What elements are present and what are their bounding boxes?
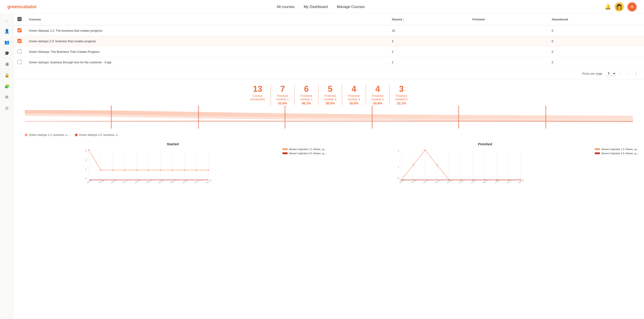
sidebar: › 👤 👥 🎓 🖥 🔒 🧩 🛠 ⚙ xyxy=(0,14,14,319)
nav-all-courses[interactable]: All courses xyxy=(276,5,294,9)
col-courses: Courses xyxy=(25,14,388,25)
sidebar-toggle[interactable]: › xyxy=(3,17,10,25)
row-started-4: 2 xyxy=(388,57,469,68)
sidebar-item-security[interactable]: 🔒 xyxy=(2,71,12,80)
finished-legend-rect-1 xyxy=(595,148,600,150)
nav-right: 🔔 👩 + xyxy=(605,2,637,11)
add-button[interactable]: + xyxy=(628,2,637,11)
row-checkbox-4[interactable] xyxy=(14,57,25,68)
finished-legend-rect-2 xyxy=(595,152,600,154)
stat-label-3: Finished module 3 xyxy=(324,94,336,101)
avatar-image: 👩 xyxy=(616,4,622,10)
table-row: Green startups 2.0: business that create… xyxy=(14,36,644,46)
stat-number-3: 5 xyxy=(328,85,332,93)
col-abandoned: Abandoned xyxy=(548,14,644,25)
logo: greencubator xyxy=(7,4,37,9)
nav-manage-courses[interactable]: Manage Courses xyxy=(337,5,365,9)
col-started[interactable]: Started ↓ xyxy=(388,14,469,25)
started-chart-svg: 3 2 1 0 xyxy=(19,148,280,185)
finished-chart-card: Finished 2 1 0 xyxy=(332,142,638,185)
row-started-2: 3 xyxy=(388,36,469,46)
stat-col-2: 6Finished module 246.2% xyxy=(295,85,318,105)
legend-item-2: Green startups 2.0: business, s... xyxy=(75,133,120,137)
svg-text:2: 2 xyxy=(398,150,399,152)
row-started-3: 2 xyxy=(388,46,469,57)
finished-legend-label-1: Зелені стартапи 1.2: бізнес, щ... xyxy=(601,148,638,151)
bell-icon[interactable]: 🔔 xyxy=(605,4,611,10)
funnel-container xyxy=(14,103,644,131)
stat-col-3: 5Finished module 338.5% xyxy=(318,85,342,105)
avatar[interactable]: 👩 xyxy=(614,2,624,11)
svg-point-29 xyxy=(184,169,185,171)
next-page-button[interactable]: › xyxy=(634,70,638,76)
legend-row: Green startups 1.2: business, s... Green… xyxy=(14,131,644,138)
sidebar-item-users[interactable]: 👥 xyxy=(2,38,12,47)
legend-label-2: Green startups 2.0: business, s... xyxy=(79,133,120,137)
sidebar-item-courses[interactable]: 🎓 xyxy=(2,49,12,58)
started-chart-card: Started 3 2 1 0 xyxy=(19,142,326,185)
finished-legend-2: Зелені стартапи 2.0: бізнес, щ... xyxy=(595,152,638,155)
svg-point-27 xyxy=(160,169,161,171)
layout: › 👤 👥 🎓 🖥 🔒 🧩 🛠 ⚙ Courses Started ↓ xyxy=(0,14,644,319)
svg-point-30 xyxy=(196,169,197,171)
row-checkbox-2[interactable] xyxy=(14,36,25,46)
page-dash: – xyxy=(620,72,621,75)
svg-point-21 xyxy=(88,149,90,151)
svg-text:1: 1 xyxy=(398,166,399,168)
started-legend-label-2: Зелені стартапи 2.0: бізнес, щ... xyxy=(289,152,326,155)
svg-point-25 xyxy=(136,169,137,171)
svg-text:May 29: May 29 xyxy=(482,179,489,184)
row-course-name-3: Green Startups: The Business That Create… xyxy=(25,46,388,57)
sidebar-item-tools[interactable]: 🛠 xyxy=(2,93,12,102)
stat-label-1: Finished module 1 xyxy=(276,94,289,101)
svg-text:3: 3 xyxy=(86,150,87,152)
rows-per-page-label: Rows per page xyxy=(582,72,602,75)
stat-label-2: Finished module 2 xyxy=(300,94,312,101)
finished-chart-title: Finished xyxy=(332,142,638,146)
rows-per-page-select[interactable]: 5 10 25 xyxy=(606,71,616,76)
stat-number-5: 4 xyxy=(375,85,380,93)
main-content: Courses Started ↓ Finished Abandoned Gre… xyxy=(14,14,644,319)
table-row: Green startups: business through love fo… xyxy=(14,57,644,68)
started-legend-1: Зелені стартапи 1.2: бізнес, щ... xyxy=(282,148,326,151)
prev-page-button[interactable]: ‹ xyxy=(625,70,630,76)
select-all-header[interactable] xyxy=(14,14,25,25)
svg-point-31 xyxy=(208,169,209,171)
started-legend-rect-2 xyxy=(282,152,288,154)
row-started-1: 10 xyxy=(388,25,469,36)
stat-col-6: 3Finished module 623.1% xyxy=(390,85,413,105)
finished-chart-svg: 2 1 0 xyxy=(332,148,592,185)
table-row: Green Startups 1.2: The business that cr… xyxy=(14,25,644,36)
row-finished-2 xyxy=(469,36,548,46)
sidebar-item-profile[interactable]: 👤 xyxy=(2,27,12,36)
row-checkbox-1[interactable] xyxy=(14,25,25,36)
svg-point-28 xyxy=(172,169,173,171)
sidebar-item-plugins[interactable]: 🧩 xyxy=(2,82,12,91)
svg-text:0: 0 xyxy=(398,177,399,180)
stat-label-6: Finished module 6 xyxy=(395,94,408,101)
row-course-name-1: Green Startups 1.2: The business that cr… xyxy=(25,25,388,36)
stat-number-6: 3 xyxy=(399,85,404,93)
row-finished-3 xyxy=(469,46,548,57)
stat-label-0: Course enrolments xyxy=(250,94,265,101)
stat-number-0: 13 xyxy=(253,85,262,93)
stats-section: 13Course enrolments7Finished module 153.… xyxy=(14,79,644,105)
row-course-name-2: Green startups 2.0: business that create… xyxy=(25,36,388,46)
started-legend-label-1: Зелені стартапи 1.2: бізнес, щ... xyxy=(289,148,326,151)
stat-number-2: 6 xyxy=(304,85,309,93)
nav-links: All courses My Dashboard Manage Courses xyxy=(276,5,365,9)
svg-point-24 xyxy=(124,169,126,171)
svg-point-60 xyxy=(436,164,438,166)
row-finished-4 xyxy=(469,57,548,68)
minus-checkbox xyxy=(18,17,22,21)
sidebar-item-settings[interactable]: ⚙ xyxy=(2,104,12,113)
top-nav: greencubator All courses My Dashboard Ma… xyxy=(0,0,644,14)
stat-col-0: 13Course enrolments xyxy=(244,85,271,105)
stat-number-1: 7 xyxy=(280,85,285,93)
table-row: Green Startups: The Business That Create… xyxy=(14,46,644,57)
nav-my-dashboard[interactable]: My Dashboard xyxy=(304,5,328,9)
started-legend-2: Зелені стартапи 2.0: бізнес, щ... xyxy=(282,152,326,155)
sidebar-item-dashboard[interactable]: 🖥 xyxy=(2,60,12,69)
row-checkbox-3[interactable] xyxy=(14,46,25,57)
legend-dot-1 xyxy=(25,134,28,136)
